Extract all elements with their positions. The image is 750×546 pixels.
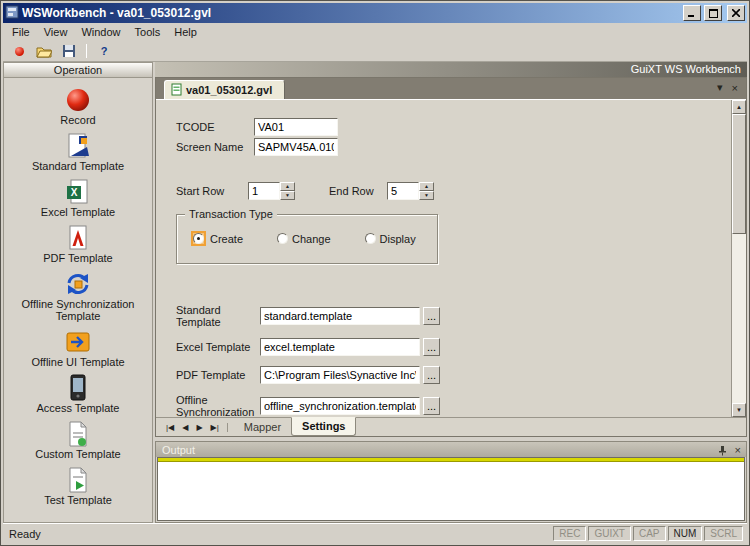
sidebar-header: Operation	[3, 62, 153, 78]
custom-template-icon	[66, 420, 90, 448]
offline-sync-input[interactable]	[260, 397, 420, 415]
menu-view[interactable]: View	[37, 24, 75, 40]
sidebar-item-pdf-template[interactable]: PDF Template	[7, 224, 149, 264]
scroll-up-icon: ▲	[736, 104, 742, 110]
scroll-down-icon: ▼	[736, 407, 742, 413]
nav-first-button[interactable]: |◀	[166, 423, 174, 432]
status-indicator-scrl: SCRL	[704, 526, 743, 541]
end-row-input[interactable]	[387, 182, 419, 200]
tab-menu-button[interactable]: ▾	[717, 81, 723, 94]
sidebar-item-offline-ui-template[interactable]: Offline UI Template	[7, 328, 149, 368]
sidebar-item-custom-template[interactable]: Custom Template	[7, 420, 149, 460]
pin-button[interactable]	[718, 445, 727, 456]
menu-tools[interactable]: Tools	[128, 24, 168, 40]
record-sphere-icon	[65, 86, 91, 114]
sidebar-item-standard-template[interactable]: Standard Template	[7, 132, 149, 172]
sidebar-item-access-template[interactable]: Access Template	[7, 374, 149, 414]
main-panel: GuiXT WS Workbench va01_053012.gvl ▾ ×	[155, 62, 747, 523]
scrollbar-track[interactable]	[732, 114, 746, 403]
radio-selected-icon	[193, 233, 204, 244]
tab-settings[interactable]: Settings	[291, 417, 356, 436]
app-icon	[5, 5, 19, 21]
transaction-type-options: Create Change Display	[191, 231, 437, 246]
tab-close-button[interactable]: ×	[732, 82, 738, 94]
spin-down-button[interactable]: ▼	[280, 191, 295, 200]
menu-help[interactable]: Help	[167, 24, 204, 40]
radio-change[interactable]: Change	[277, 233, 331, 245]
save-button[interactable]	[59, 42, 79, 60]
screen-name-label: Screen Name	[176, 141, 254, 153]
standard-template-icon	[65, 132, 91, 160]
document-icon	[171, 83, 182, 96]
spin-up-button[interactable]: ▲	[419, 182, 434, 191]
close-icon	[732, 9, 740, 17]
radio-display[interactable]: Display	[365, 233, 416, 245]
excel-template-input[interactable]	[260, 338, 420, 356]
output-header: Output ×	[156, 442, 746, 457]
sidebar-item-label: Test Template	[44, 494, 112, 506]
excel-template-label: Excel Template	[176, 341, 260, 353]
standard-template-input[interactable]	[260, 307, 420, 325]
pdf-template-label: PDF Template	[176, 369, 260, 381]
offline-sync-browse-button[interactable]: ...	[423, 397, 440, 415]
radio-create[interactable]: Create	[191, 231, 243, 246]
spin-up-icon: ▲	[424, 184, 429, 189]
start-row-stepper: ▲ ▼	[248, 182, 295, 200]
document-tab[interactable]: va01_053012.gvl	[164, 80, 285, 99]
sidebar-item-label: PDF Template	[43, 252, 113, 264]
output-close-button[interactable]: ×	[735, 444, 741, 456]
open-folder-icon	[36, 45, 52, 58]
test-template-icon	[66, 466, 90, 494]
standard-template-row: Standard Template ...	[176, 304, 731, 328]
app-window: WSWorkbench - va01_053012.gvl File View …	[0, 0, 750, 546]
open-button[interactable]	[34, 42, 54, 60]
record-button[interactable]	[9, 42, 29, 60]
sidebar-item-label: Access Template	[37, 402, 120, 414]
record-icon	[15, 47, 24, 56]
vertical-scrollbar[interactable]: ▲ ▼	[731, 100, 746, 417]
spin-up-button[interactable]: ▲	[280, 182, 295, 191]
radio-change-label: Change	[292, 233, 331, 245]
sidebar-item-excel-template[interactable]: X Excel Template	[7, 178, 149, 218]
tcode-input[interactable]	[254, 118, 338, 136]
nav-prev-button[interactable]: ◀	[182, 423, 188, 432]
status-indicator-num: NUM	[668, 526, 703, 541]
screen-name-input[interactable]	[254, 138, 338, 156]
nav-next-button[interactable]: ▶	[196, 423, 202, 432]
toolbar-separator	[86, 44, 87, 58]
maximize-button[interactable]	[704, 5, 722, 21]
close-button[interactable]	[727, 5, 745, 21]
offline-ui-icon	[65, 328, 91, 356]
menu-window[interactable]: Window	[74, 24, 127, 40]
status-indicator-guixt: GUIXT	[588, 526, 631, 541]
scroll-down-button[interactable]: ▼	[732, 403, 746, 417]
tab-mapper[interactable]: Mapper	[234, 419, 291, 436]
excel-template-browse-button[interactable]: ...	[423, 338, 440, 356]
sidebar-item-record[interactable]: Record	[7, 86, 149, 126]
window-title: WSWorkbench - va01_053012.gvl	[22, 6, 680, 20]
caret-down-icon: ▾	[717, 81, 723, 93]
tab-nav-buttons: |◀ ◀ ▶ ▶|	[158, 423, 228, 432]
standard-template-browse-button[interactable]: ...	[423, 307, 440, 325]
minimize-button[interactable]	[683, 5, 701, 21]
status-indicator-cap: CAP	[633, 526, 666, 541]
offline-sync-template-row: Offline Synchronization ...	[176, 394, 731, 417]
output-title: Output	[162, 444, 710, 456]
scroll-up-button[interactable]: ▲	[732, 100, 746, 114]
transaction-type-groupbox: Transaction Type Create Change	[176, 214, 438, 264]
sidebar-item-test-template[interactable]: Test Template	[7, 466, 149, 506]
spin-up-icon: ▲	[285, 184, 290, 189]
close-icon: ×	[732, 82, 738, 94]
sidebar-item-offline-sync-template[interactable]: Offline Synchronization Template	[7, 270, 149, 322]
help-button[interactable]: ?	[94, 42, 114, 60]
menu-file[interactable]: File	[5, 24, 37, 40]
end-row-spin-buttons: ▲ ▼	[419, 182, 434, 200]
spin-down-button[interactable]: ▼	[419, 191, 434, 200]
output-highlight-line	[158, 458, 744, 462]
sync-arrows-icon	[64, 270, 92, 298]
nav-last-button[interactable]: ▶|	[211, 423, 219, 432]
pdf-template-browse-button[interactable]: ...	[423, 366, 440, 384]
start-row-input[interactable]	[248, 182, 280, 200]
pdf-template-input[interactable]	[260, 366, 420, 384]
scrollbar-thumb[interactable]	[732, 114, 746, 234]
